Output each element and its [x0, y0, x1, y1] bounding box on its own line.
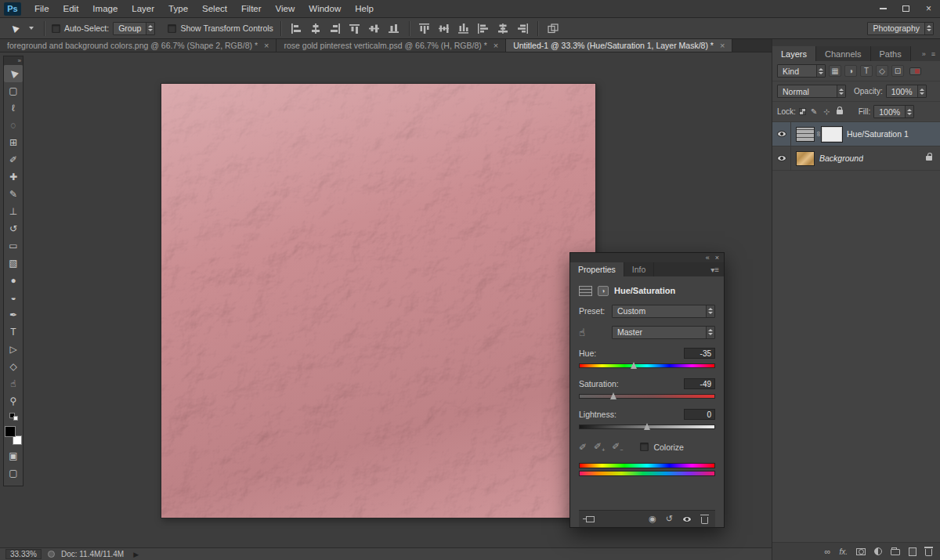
- stepper-icon[interactable]: [146, 23, 154, 34]
- document-canvas[interactable]: [161, 83, 596, 518]
- align-vertical-centers-icon[interactable]: [367, 21, 382, 36]
- tab-layers[interactable]: Layers: [772, 46, 816, 61]
- screen-mode-icon[interactable]: ▢: [4, 464, 23, 482]
- layer-effects-icon[interactable]: fx.: [839, 547, 848, 556]
- layer-name[interactable]: Hue/Saturation 1: [847, 129, 909, 139]
- slider-thumb-1[interactable]: [610, 392, 616, 399]
- layer-filtering-toggle-icon[interactable]: [909, 67, 921, 75]
- align-right-edges-icon[interactable]: [327, 21, 343, 36]
- filter-kind-select[interactable]: Kind: [777, 64, 826, 78]
- restore-icon[interactable]: [895, 0, 917, 17]
- eraser-tool[interactable]: ▭: [4, 237, 23, 255]
- auto-align-layers-icon[interactable]: [545, 21, 561, 36]
- move-tool-preset-icon[interactable]: ▶: [6, 21, 22, 36]
- saturation-value-input[interactable]: -49: [684, 378, 715, 389]
- panel-menu-icon[interactable]: ▾≡: [710, 262, 724, 276]
- align-bottom-edges-icon[interactable]: [386, 21, 402, 36]
- opacity-select[interactable]: 100%: [886, 85, 927, 98]
- layer-row-hue-saturation-1[interactable]: ∞ Hue/Saturation 1: [772, 122, 940, 146]
- colorize-checkbox[interactable]: [640, 443, 649, 451]
- lock-position-icon[interactable]: ⊹: [823, 107, 830, 116]
- minimize-icon[interactable]: [872, 0, 895, 17]
- menu-image[interactable]: Image: [85, 0, 125, 17]
- menu-window[interactable]: Window: [302, 0, 348, 17]
- filter-pixel-layers-icon[interactable]: ▦: [829, 65, 841, 77]
- menu-select[interactable]: Select: [195, 0, 234, 17]
- hue-value-input[interactable]: -35: [684, 348, 715, 359]
- lock-transparency-icon[interactable]: [799, 108, 806, 115]
- menu-help[interactable]: Help: [348, 0, 381, 17]
- zoom-level-field[interactable]: 33.33%: [5, 549, 42, 559]
- tab-close-icon[interactable]: ×: [720, 41, 725, 50]
- delete-layer-trash-icon[interactable]: [925, 549, 932, 556]
- document-tab-3-active[interactable]: Untitled-1 @ 33.3% (Hue/Saturation 1, La…: [506, 39, 732, 52]
- distribute-left-edges-icon[interactable]: [475, 21, 491, 36]
- filter-smart-objects-icon[interactable]: ⊡: [891, 65, 904, 77]
- hand-tool[interactable]: ☝: [4, 375, 23, 392]
- lasso-tool[interactable]: ℓ: [4, 99, 23, 117]
- history-brush-tool[interactable]: ↺: [4, 220, 23, 237]
- new-layer-icon[interactable]: [909, 547, 916, 556]
- new-adjustment-layer-icon[interactable]: [874, 547, 882, 555]
- auto-select-target-select[interactable]: Group: [113, 22, 155, 35]
- distribute-right-edges-icon[interactable]: [515, 21, 530, 36]
- distribute-top-edges-icon[interactable]: [417, 21, 432, 36]
- status-options-arrow-icon[interactable]: ▶: [133, 551, 139, 558]
- slider-thumb-0[interactable]: [631, 362, 637, 369]
- saturation-slider[interactable]: [579, 391, 715, 401]
- quick-selection-tool[interactable]: ◌: [4, 117, 23, 134]
- gradient-tool[interactable]: ▧: [4, 255, 23, 272]
- default-swatches-icon[interactable]: [9, 413, 18, 421]
- tool-preset-caret-icon[interactable]: [29, 27, 34, 30]
- align-left-edges-icon[interactable]: [288, 21, 304, 36]
- custom-shape-tool[interactable]: ◇: [4, 358, 23, 375]
- show-transform-checkbox[interactable]: [168, 24, 176, 33]
- blend-mode-select[interactable]: Normal: [777, 85, 846, 98]
- eyedropper-add-icon[interactable]: ✐+: [594, 441, 605, 453]
- align-top-edges-icon[interactable]: [347, 21, 363, 36]
- collapse-tools-icon[interactable]: »: [18, 57, 20, 64]
- collapse-panel-icon[interactable]: «: [706, 255, 710, 262]
- distribute-vertical-centers-icon[interactable]: [436, 21, 452, 36]
- eyedropper-tool[interactable]: ✐: [4, 151, 23, 168]
- slider-thumb-2[interactable]: [644, 423, 650, 430]
- stepper-icon[interactable]: [816, 65, 825, 77]
- lightness-slider[interactable]: [579, 421, 715, 432]
- hue-slider[interactable]: [579, 360, 715, 370]
- document-tab-1[interactable]: foreground and background colors.png @ 6…: [0, 39, 277, 52]
- lock-all-icon[interactable]: [837, 110, 843, 114]
- targeted-adjustment-icon[interactable]: ☝: [579, 327, 595, 338]
- adjustment-layer-thumbnail[interactable]: [796, 127, 815, 142]
- menu-file[interactable]: File: [27, 0, 56, 17]
- close-panel-icon[interactable]: ×: [715, 255, 719, 262]
- move-tool[interactable]: ▶: [4, 65, 23, 82]
- dodge-tool[interactable]: ◒: [4, 289, 23, 306]
- lock-image-icon[interactable]: ✎: [811, 107, 817, 116]
- filter-shape-layers-icon[interactable]: ◇: [876, 65, 888, 77]
- path-selection-tool[interactable]: ▷: [4, 341, 23, 358]
- channel-select[interactable]: Master: [612, 326, 715, 339]
- crop-tool[interactable]: ⊞: [4, 134, 23, 151]
- stepper-icon[interactable]: [837, 85, 845, 97]
- rectangular-marquee-tool[interactable]: ▢: [4, 82, 23, 99]
- panel-menu-icon[interactable]: ≡: [931, 50, 935, 58]
- menu-filter[interactable]: Filter: [234, 0, 269, 17]
- fill-select[interactable]: 100%: [873, 105, 914, 118]
- add-layer-mask-icon[interactable]: [856, 548, 866, 555]
- filter-adjustment-layers-icon[interactable]: ◑: [844, 65, 857, 77]
- layer-row-background[interactable]: Background: [772, 146, 940, 171]
- layer-name[interactable]: Background: [819, 154, 863, 163]
- document-tab-2[interactable]: rose gold pinterest verticalm.psd @ 66.7…: [277, 39, 506, 52]
- eyedropper-sample-icon[interactable]: ✐: [579, 442, 587, 453]
- tab-channels[interactable]: Channels: [816, 46, 870, 61]
- toggle-visibility-eye-icon[interactable]: [682, 516, 692, 522]
- menu-edit[interactable]: Edit: [56, 0, 86, 17]
- preset-select[interactable]: Custom: [612, 305, 715, 318]
- tab-paths[interactable]: Paths: [871, 46, 911, 61]
- quick-mask-mode-icon[interactable]: ▣: [4, 447, 23, 464]
- collapse-dock-icon[interactable]: »: [922, 50, 926, 58]
- clone-stamp-tool[interactable]: ⊥: [4, 203, 23, 220]
- stepper-icon[interactable]: [905, 106, 913, 117]
- new-group-icon[interactable]: [891, 549, 900, 555]
- healing-brush-tool[interactable]: ✚: [4, 168, 23, 186]
